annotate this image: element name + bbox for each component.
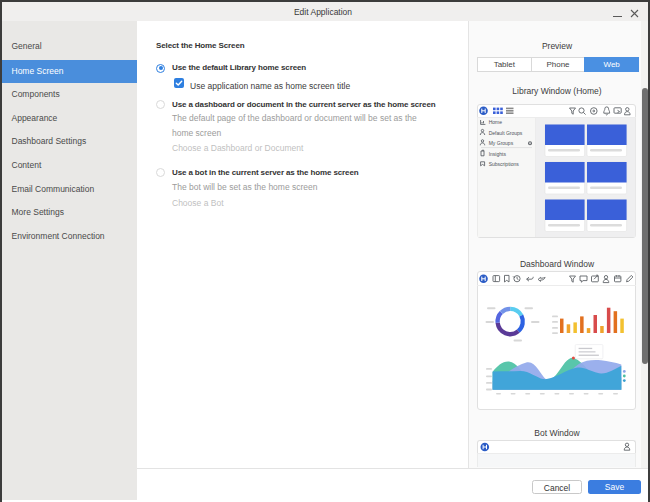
svg-text:Insights: Insights bbox=[489, 151, 507, 157]
svg-text:Default Groups: Default Groups bbox=[489, 130, 523, 136]
svg-text:Subscriptions: Subscriptions bbox=[489, 161, 520, 167]
svg-text:Home: Home bbox=[489, 119, 503, 125]
svg-text:My Groups: My Groups bbox=[489, 140, 514, 146]
